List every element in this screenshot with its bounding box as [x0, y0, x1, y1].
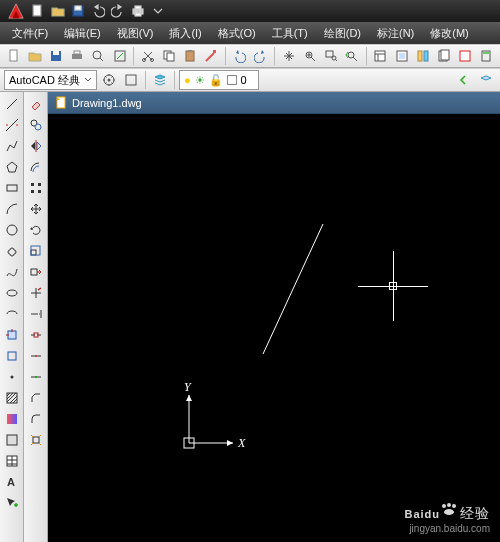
extend-icon[interactable]: [26, 304, 46, 324]
trim-icon[interactable]: [26, 283, 46, 303]
workspace-save-icon[interactable]: [121, 70, 141, 90]
rotate-icon[interactable]: [26, 220, 46, 240]
erase-icon[interactable]: [26, 94, 46, 114]
zoom-realtime-icon[interactable]: [300, 46, 319, 66]
bulb-icon: ●: [184, 74, 191, 86]
menu-view[interactable]: 视图(V): [109, 23, 162, 44]
menu-file[interactable]: 文件(F): [4, 23, 56, 44]
mtext-icon[interactable]: A: [2, 472, 22, 492]
make-block-icon[interactable]: [2, 346, 22, 366]
polyline-icon[interactable]: [2, 136, 22, 156]
svg-line-61: [263, 224, 323, 354]
zoom-window-icon[interactable]: [321, 46, 340, 66]
menu-tools[interactable]: 工具(T): [264, 23, 316, 44]
svg-rect-21: [326, 51, 333, 57]
addselect-icon[interactable]: [2, 493, 22, 513]
scale-icon[interactable]: [26, 241, 46, 261]
chamfer-icon[interactable]: [26, 388, 46, 408]
svg-rect-44: [7, 414, 17, 424]
save-icon[interactable]: [70, 3, 86, 19]
spline-icon[interactable]: [2, 262, 22, 282]
print-icon[interactable]: [130, 3, 146, 19]
calc-icon[interactable]: [477, 46, 496, 66]
menu-modify[interactable]: 修改(M): [422, 23, 477, 44]
copy-icon[interactable]: [159, 46, 178, 66]
svg-rect-27: [418, 51, 422, 61]
stretch-icon[interactable]: [26, 262, 46, 282]
arc-icon[interactable]: [2, 199, 22, 219]
new-file-icon[interactable]: [4, 46, 23, 66]
workspace-selector[interactable]: AutoCAD 经典: [4, 70, 97, 90]
pan-icon[interactable]: [279, 46, 298, 66]
file-icon: [54, 96, 68, 110]
properties-icon[interactable]: [371, 46, 390, 66]
move-icon[interactable]: [26, 199, 46, 219]
copy-obj-icon[interactable]: [26, 115, 46, 135]
xline-icon[interactable]: [2, 115, 22, 135]
save-file-icon[interactable]: [46, 46, 65, 66]
cut-icon[interactable]: [138, 46, 157, 66]
layer-color-swatch: [227, 75, 237, 85]
publish-icon[interactable]: [110, 46, 129, 66]
join-icon[interactable]: [26, 367, 46, 387]
layer-selector[interactable]: ● ☀ 🔓 0: [179, 70, 259, 90]
svg-rect-0: [33, 5, 41, 16]
redo-btn-icon[interactable]: [251, 46, 270, 66]
layer-states-icon[interactable]: [476, 70, 496, 90]
table-icon[interactable]: [2, 451, 22, 471]
new-icon[interactable]: [30, 3, 46, 19]
tool-palette-icon[interactable]: [413, 46, 432, 66]
array-icon[interactable]: [26, 178, 46, 198]
hatch-icon[interactable]: [2, 388, 22, 408]
polygon-icon[interactable]: [2, 157, 22, 177]
svg-rect-36: [126, 75, 136, 85]
title-bar: [0, 0, 500, 22]
svg-rect-45: [7, 435, 17, 445]
revcloud-icon[interactable]: [2, 241, 22, 261]
fillet-icon[interactable]: [26, 409, 46, 429]
gradient-icon[interactable]: [2, 409, 22, 429]
open-file-icon[interactable]: [25, 46, 44, 66]
layer-manager-icon[interactable]: [150, 70, 170, 90]
menu-dimension[interactable]: 标注(N): [369, 23, 422, 44]
line-icon[interactable]: [2, 94, 22, 114]
mirror-icon[interactable]: [26, 136, 46, 156]
workspace-settings-icon[interactable]: [99, 70, 119, 90]
ellipse-icon[interactable]: [2, 283, 22, 303]
layer-prev-icon[interactable]: [454, 70, 474, 90]
region-icon[interactable]: [2, 430, 22, 450]
qat-dropdown-icon[interactable]: [150, 3, 166, 19]
plot-icon[interactable]: [68, 46, 87, 66]
undo-btn-icon[interactable]: [230, 46, 249, 66]
document-tab[interactable]: Drawing1.dwg: [48, 92, 500, 114]
preview-icon[interactable]: [89, 46, 108, 66]
undo-icon[interactable]: [90, 3, 106, 19]
svg-rect-5: [135, 13, 141, 16]
circle-icon[interactable]: [2, 220, 22, 240]
redo-icon[interactable]: [110, 3, 126, 19]
svg-rect-54: [31, 250, 36, 255]
menu-edit[interactable]: 编辑(E): [56, 23, 109, 44]
point-icon[interactable]: [2, 367, 22, 387]
zoom-prev-icon[interactable]: [343, 46, 362, 66]
menu-insert[interactable]: 插入(I): [161, 23, 209, 44]
markup-icon[interactable]: [456, 46, 475, 66]
model-space-canvas[interactable]: X Y Baidu经验 jingyan.baidu.com: [48, 114, 500, 542]
ucs-icon: X Y: [178, 380, 258, 462]
sheetset-icon[interactable]: [434, 46, 453, 66]
break-icon[interactable]: [26, 325, 46, 345]
explode-icon[interactable]: [26, 430, 46, 450]
offset-icon[interactable]: [26, 157, 46, 177]
menu-format[interactable]: 格式(O): [210, 23, 264, 44]
ellipse-arc-icon[interactable]: [2, 304, 22, 324]
paste-icon[interactable]: [180, 46, 199, 66]
break-point-icon[interactable]: [26, 346, 46, 366]
svg-rect-19: [213, 50, 216, 53]
open-icon[interactable]: [50, 3, 66, 19]
match-icon[interactable]: [202, 46, 221, 66]
menu-draw[interactable]: 绘图(D): [316, 23, 369, 44]
svg-rect-40: [8, 331, 16, 339]
rectangle-icon[interactable]: [2, 178, 22, 198]
design-center-icon[interactable]: [392, 46, 411, 66]
insert-block-icon[interactable]: [2, 325, 22, 345]
